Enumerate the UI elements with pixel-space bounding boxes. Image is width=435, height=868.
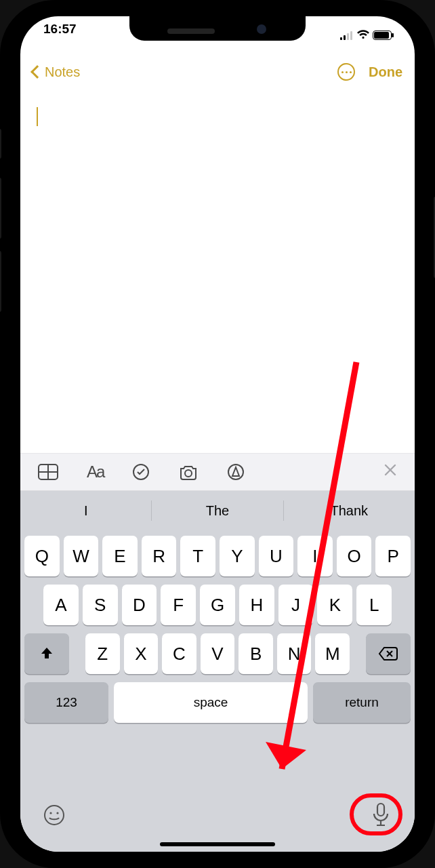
table-icon[interactable] (38, 464, 58, 480)
key-l[interactable]: L (356, 585, 392, 625)
prediction-2[interactable]: The (152, 503, 283, 519)
key-y[interactable]: Y (220, 536, 255, 576)
key-n[interactable]: N (277, 633, 312, 674)
phone-frame: 16:57 Notes Done (0, 0, 435, 868)
keyboard: QWERTYUIOP ASDFGHJKL ZXCVBNM 123 space r… (20, 530, 415, 852)
key-h[interactable]: H (239, 585, 274, 625)
key-e[interactable]: E (102, 536, 138, 576)
volume-down-button (0, 251, 1, 312)
space-key[interactable]: space (114, 682, 308, 723)
back-label: Notes (45, 64, 80, 80)
svg-point-10 (45, 806, 64, 825)
svg-point-4 (185, 470, 192, 477)
shift-key[interactable] (24, 633, 69, 674)
battery-icon (373, 31, 392, 40)
back-button[interactable]: Notes (33, 64, 80, 80)
numbers-key[interactable]: 123 (24, 682, 108, 723)
chevron-left-icon (30, 65, 44, 79)
key-u[interactable]: U (259, 536, 294, 576)
emoji-button[interactable] (39, 800, 69, 830)
home-indicator[interactable] (160, 842, 275, 846)
key-x[interactable]: X (124, 633, 159, 674)
svg-rect-13 (377, 804, 384, 816)
prediction-bar: I The Thank (20, 491, 415, 530)
note-text-area[interactable] (20, 91, 415, 472)
key-j[interactable]: J (278, 585, 314, 625)
key-p[interactable]: P (375, 536, 411, 576)
key-z[interactable]: Z (85, 633, 120, 674)
checklist-icon[interactable] (132, 463, 150, 481)
notch (129, 16, 306, 41)
key-a[interactable]: A (43, 585, 79, 625)
text-cursor (37, 107, 38, 126)
screen: 16:57 Notes Done (20, 16, 415, 852)
key-d[interactable]: D (122, 585, 157, 625)
key-r[interactable]: R (142, 536, 177, 576)
nav-bar: Notes Done (20, 53, 415, 91)
prediction-3[interactable]: Thank (284, 503, 415, 519)
key-q[interactable]: Q (24, 536, 60, 576)
svg-point-11 (49, 812, 51, 814)
status-right (340, 22, 392, 49)
key-t[interactable]: T (180, 536, 215, 576)
camera-icon[interactable] (178, 464, 199, 480)
key-w[interactable]: W (64, 536, 99, 576)
close-toolbar-button[interactable] (384, 463, 397, 481)
key-b[interactable]: B (239, 633, 273, 674)
key-m[interactable]: M (315, 633, 350, 674)
key-s[interactable]: S (83, 585, 118, 625)
notes-toolbar: Aa (20, 453, 415, 491)
backspace-key[interactable] (366, 633, 411, 674)
prediction-1[interactable]: I (20, 503, 151, 519)
wifi-icon (356, 31, 369, 40)
key-g[interactable]: G (200, 585, 235, 625)
status-time: 16:57 (43, 22, 77, 49)
svg-point-12 (56, 812, 58, 814)
volume-up-button (0, 178, 1, 239)
key-v[interactable]: V (201, 633, 235, 674)
mute-switch (0, 129, 1, 159)
text-format-icon[interactable]: Aa (87, 462, 104, 481)
keyboard-bottom-row (20, 788, 415, 842)
return-key[interactable]: return (313, 682, 411, 723)
dictation-mic-button[interactable] (366, 800, 396, 830)
key-c[interactable]: C (162, 633, 196, 674)
key-k[interactable]: K (317, 585, 352, 625)
markup-icon[interactable] (227, 463, 245, 481)
done-button[interactable]: Done (369, 64, 402, 80)
key-o[interactable]: O (337, 536, 372, 576)
key-i[interactable]: I (297, 536, 333, 576)
cellular-icon (340, 31, 352, 40)
more-options-button[interactable] (337, 63, 355, 81)
key-f[interactable]: F (161, 585, 196, 625)
